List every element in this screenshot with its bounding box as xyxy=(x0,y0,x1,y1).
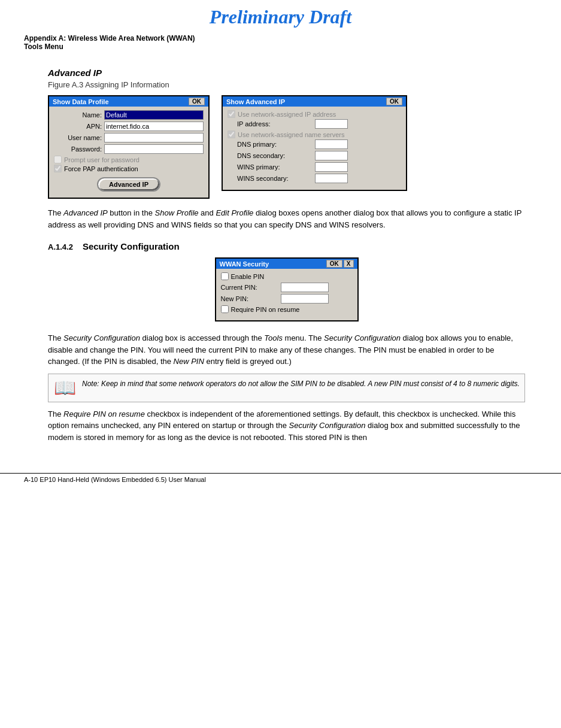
checkbox-prompt-input[interactable] xyxy=(54,156,62,163)
wwan-btn-group: OK X xyxy=(326,260,354,268)
wwan-require-pin-row: Require PIN on resume xyxy=(221,305,353,313)
subsection-title: Security Configuration xyxy=(83,241,180,251)
field-label-ip: IP address: xyxy=(237,120,315,128)
checkbox-network-dns-input[interactable] xyxy=(228,131,235,138)
appendix-line2: Tools Menu xyxy=(24,43,537,51)
field-row-ip: IP address: xyxy=(228,119,401,129)
field-input-dns-secondary[interactable] xyxy=(315,151,348,160)
dialog-body-left: Name: APN: User name: Password: P xyxy=(49,107,208,198)
field-input-ip[interactable] xyxy=(315,119,348,129)
subsection-number: A.1.4.2 xyxy=(48,242,73,251)
checkbox-prompt-label: Prompt user for password xyxy=(64,156,140,163)
dialog-title-left: Show Data Profile xyxy=(53,98,109,105)
wwan-current-pin-label: Current PIN: xyxy=(221,284,281,291)
field-input-dns-primary[interactable] xyxy=(315,139,348,149)
field-label-password: Password: xyxy=(54,145,102,153)
page-header: Preliminary Draft xyxy=(0,0,561,31)
field-input-wins-secondary[interactable] xyxy=(315,174,348,183)
security-body-text-1: The Security Configuration dialog box is… xyxy=(48,332,525,368)
field-input-username[interactable] xyxy=(104,133,204,142)
checkbox-prompt: Prompt user for password xyxy=(54,156,204,163)
page-footer: A-10 EP10 Hand-Held (Windows Embedded 6.… xyxy=(0,473,561,486)
field-row-username: User name: xyxy=(54,133,204,142)
advanced-ip-body-text: The Advanced IP button in the Show Profi… xyxy=(48,207,525,230)
appendix-info: Appendix A: Wireless Wide Area Network (… xyxy=(0,31,561,51)
dialog-title-bar-right: Show Advanced IP OK xyxy=(223,96,406,107)
field-label-username: User name: xyxy=(54,134,102,141)
wwan-new-pin-input[interactable] xyxy=(281,294,329,304)
wwan-enable-pin-checkbox[interactable] xyxy=(221,272,229,280)
ok-button-right[interactable]: OK xyxy=(386,98,402,105)
checkbox-network-dns-label: Use network-assigned name servers xyxy=(238,131,345,138)
wwan-ok-button[interactable]: OK xyxy=(326,260,342,268)
wwan-require-pin-label: Require PIN on resume xyxy=(231,306,300,313)
wwan-enable-pin-label: Enable PIN xyxy=(231,273,265,280)
field-input-wins-primary[interactable] xyxy=(315,162,348,172)
advanced-ip-button[interactable]: Advanced IP xyxy=(97,177,160,192)
note-box: 📖 Note: Keep in mind that some network o… xyxy=(48,374,525,402)
field-label-wins-primary: WINS primary: xyxy=(237,163,315,171)
field-row-wins-primary: WINS primary: xyxy=(228,162,401,172)
checkbox-network-ip-label: Use network-assigned IP address xyxy=(238,111,336,118)
note-text: Note: Keep in mind that some network ope… xyxy=(82,379,520,389)
wwan-close-button[interactable]: X xyxy=(344,260,354,268)
dialog-body-right: Use network-assigned IP address IP addre… xyxy=(223,107,406,190)
field-row-name: Name: xyxy=(54,110,204,120)
figure-caption: Figure A.3 Assigning IP Information xyxy=(48,80,525,89)
advanced-ip-heading: Advanced IP xyxy=(48,68,525,78)
wwan-current-pin-input[interactable] xyxy=(281,283,329,292)
ok-button-left[interactable]: OK xyxy=(189,98,205,105)
checkbox-force-pap-input[interactable] xyxy=(54,165,62,172)
wwan-dialog-title: WWAN Security xyxy=(220,260,269,268)
checkbox-network-ip: Use network-assigned IP address xyxy=(228,110,401,118)
field-input-apn[interactable] xyxy=(104,122,204,131)
figures-row: Show Data Profile OK Name: APN: User nam… xyxy=(48,95,525,199)
checkbox-network-ip-input[interactable] xyxy=(228,110,235,118)
wwan-new-pin-label: New PIN: xyxy=(221,295,281,302)
footer-left: A-10 EP10 Hand-Held (Windows Embedded 6.… xyxy=(24,476,206,483)
field-input-password[interactable] xyxy=(104,144,204,154)
field-label-name: Name: xyxy=(54,111,102,119)
wwan-require-pin-checkbox[interactable] xyxy=(221,305,229,313)
subsection-heading: A.1.4.2 Security Configuration xyxy=(48,241,525,251)
wwan-enable-pin-row: Enable PIN xyxy=(221,272,353,280)
wwan-title-bar: WWAN Security OK X xyxy=(216,259,357,269)
wwan-current-pin-row: Current PIN: xyxy=(221,283,353,292)
field-row-dns-primary: DNS primary: xyxy=(228,139,401,149)
field-label-dns-primary: DNS primary: xyxy=(237,141,315,148)
checkbox-network-dns: Use network-assigned name servers xyxy=(228,131,401,138)
field-input-name[interactable] xyxy=(104,110,204,120)
checkbox-force-pap-label: Force PAP authentication xyxy=(64,165,138,172)
wwan-new-pin-row: New PIN: xyxy=(221,294,353,304)
main-content: Advanced IP Figure A.3 Assigning IP Info… xyxy=(0,51,561,461)
field-label-apn: APN: xyxy=(54,123,102,130)
page-title: Preliminary Draft xyxy=(0,6,561,28)
field-label-dns-secondary: DNS secondary: xyxy=(237,152,315,159)
wwan-body: Enable PIN Current PIN: New PIN: Require… xyxy=(216,269,357,320)
appendix-line1: Appendix A: Wireless Wide Area Network (… xyxy=(24,34,537,43)
field-row-apn: APN: xyxy=(54,122,204,131)
checkbox-force-pap: Force PAP authentication xyxy=(54,165,204,172)
show-data-profile-dialog: Show Data Profile OK Name: APN: User nam… xyxy=(48,95,210,199)
field-row-password: Password: xyxy=(54,144,204,154)
field-row-wins-secondary: WINS secondary: xyxy=(228,174,401,183)
wwan-security-dialog: WWAN Security OK X Enable PIN Current PI… xyxy=(215,257,359,321)
dialog-title-right: Show Advanced IP xyxy=(226,98,285,105)
field-label-wins-secondary: WINS secondary: xyxy=(237,175,315,182)
field-row-dns-secondary: DNS secondary: xyxy=(228,151,401,160)
show-advanced-ip-dialog: Show Advanced IP OK Use network-assigned… xyxy=(222,95,407,191)
note-icon: 📖 xyxy=(53,379,76,397)
dialog-title-bar-left: Show Data Profile OK xyxy=(49,96,208,107)
security-body-text-2: The Require PIN on resume checkbox is in… xyxy=(48,408,525,444)
